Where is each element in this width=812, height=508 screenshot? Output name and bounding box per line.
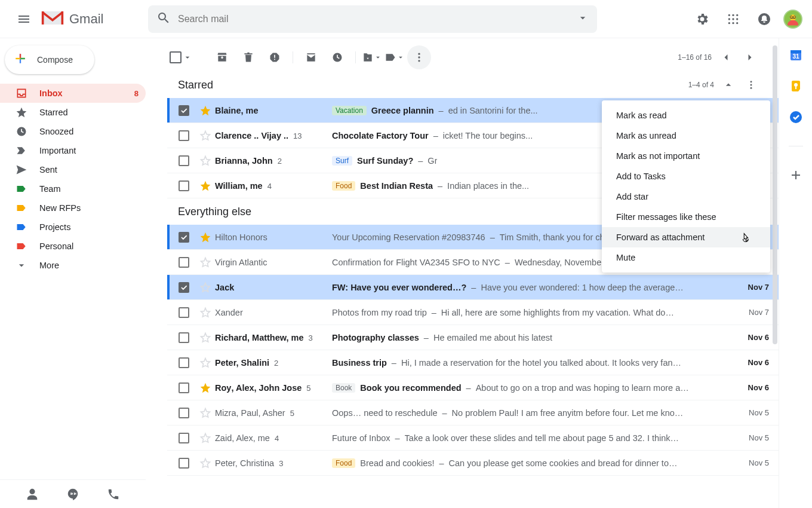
sender: William, me 4 [215,181,332,191]
search-input[interactable] [178,14,577,25]
row-checkbox[interactable] [172,105,196,116]
row-checkbox[interactable] [172,408,196,418]
dropdown-item-mark-as-not-important[interactable]: Mark as not important [602,146,770,166]
collapse-icon[interactable] [720,76,737,93]
archive-button[interactable] [210,45,234,69]
section-title: Everything else [178,206,251,218]
scrollbar[interactable] [773,45,777,464]
keep-icon[interactable] [789,79,803,93]
sidebar-item-personal[interactable]: Personal [0,237,146,256]
phone-icon[interactable] [104,485,123,504]
main-menu-button[interactable] [10,5,38,33]
mark-unread-button[interactable] [299,45,323,69]
mail-row[interactable]: Roy, Alex, John Jose 5BookBook you recom… [167,375,779,400]
star-icon[interactable] [196,256,215,268]
dropdown-item-mark-as-unread[interactable]: Mark as unread [602,126,770,146]
sidebar-item-team[interactable]: Team [0,179,146,198]
star-icon[interactable] [196,432,215,444]
row-checkbox[interactable] [172,155,196,166]
account-avatar[interactable] [783,10,802,29]
calendar-icon[interactable]: 31 [789,48,803,62]
compose-label: Compose [37,55,73,65]
settings-icon[interactable] [690,7,714,31]
mail-row[interactable]: Mizra, Paul, Asher 5Oops… need to resche… [167,400,779,426]
row-checkbox[interactable] [172,180,196,191]
sidebar-item-starred[interactable]: Starred [0,103,146,122]
dropdown-item-mute[interactable]: Mute [602,247,770,268]
row-checkbox[interactable] [172,433,196,443]
dropdown-item-mark-as-read[interactable]: Mark as read [602,105,770,126]
sidebar-item-projects[interactable]: Projects [0,218,146,237]
search-options-icon[interactable] [577,12,589,26]
dropdown-item-add-star[interactable]: Add star [602,186,770,207]
mail-row[interactable]: Richard, Matthew, me 3Photography classe… [167,325,779,350]
star-icon[interactable] [196,105,215,117]
person-icon[interactable] [23,485,42,504]
mail-row[interactable]: Zaid, Alex, me 4Future of Inbox – Take a… [167,426,779,451]
star-icon[interactable] [196,231,215,243]
tasks-icon[interactable] [789,110,803,124]
prev-page-button[interactable] [716,48,736,67]
sidebar-item-label: Sent [39,165,57,175]
row-checkbox[interactable] [172,357,196,368]
row-checkbox[interactable] [172,307,196,318]
star-icon[interactable] [196,180,215,192]
row-checkbox[interactable] [172,232,196,243]
mail-row[interactable]: Peter, Christina 3FoodBread and cookies!… [167,451,779,476]
sidebar-item-inbox[interactable]: Inbox8 [0,84,146,103]
sidebar-item-more[interactable]: More [0,256,146,275]
subject: Oops… need to reschedule [332,408,438,418]
select-all-checkbox[interactable] [167,45,195,69]
snooze-button[interactable] [325,45,349,69]
more-button[interactable] [407,45,431,69]
subject-area: Future of Inbox – Take a look over these… [332,433,731,443]
row-checkbox[interactable] [172,282,196,293]
mail-row[interactable]: JackFW: Have you ever wondered…? – Have … [167,275,779,300]
addons-icon[interactable] [789,168,803,182]
star-icon[interactable] [196,457,215,469]
compose-button[interactable]: Compose [5,45,94,74]
row-checkbox[interactable] [172,458,196,469]
star-icon[interactable] [196,382,215,394]
star-icon[interactable] [196,130,215,142]
date: Nov 6 [731,383,769,392]
section-more-icon[interactable] [743,76,759,93]
mail-row[interactable]: XanderPhotos from my road trip – Hi all,… [167,300,779,325]
move-to-button[interactable] [362,45,382,69]
sidebar-item-label: Personal [39,241,73,251]
mail-row[interactable]: Peter, Shalini 2Business trip – Hi, I ma… [167,350,779,375]
hangouts-icon[interactable] [63,485,82,504]
notifications-icon[interactable] [752,7,776,31]
snippet: He emailed me about his latest [433,333,552,342]
delete-button[interactable] [236,45,260,69]
row-checkbox[interactable] [172,257,196,268]
row-checkbox[interactable] [172,332,196,343]
next-page-button[interactable] [740,48,759,67]
star-icon[interactable] [196,407,215,419]
apps-icon[interactable] [721,7,745,31]
search-box[interactable] [148,5,597,33]
star-icon[interactable] [196,332,215,344]
star-icon[interactable] [196,307,215,319]
star-icon[interactable] [196,281,215,293]
subject: Book you recommended [360,383,461,393]
svg-point-19 [751,81,752,82]
sender: Virgin Atlantic [215,258,332,267]
sidebar-item-new-rfps[interactable]: New RFPs [0,198,146,218]
row-checkbox[interactable] [172,130,196,141]
sidebar-item-sent[interactable]: Sent [0,160,146,179]
date: Nov 7 [731,283,769,292]
snippet: ed in Santorini for the... [448,106,538,115]
dropdown-item-add-to-tasks[interactable]: Add to Tasks [602,166,770,186]
labels-button[interactable] [385,45,405,69]
svg-point-21 [751,87,752,89]
sidebar-item-important[interactable]: Important [0,141,146,160]
sidebar: Compose Inbox8StarredSnoozedImportantSen… [0,38,153,508]
dropdown-item-filter-messages-like-these[interactable]: Filter messages like these [602,207,770,227]
star-icon[interactable] [196,155,215,167]
spam-button[interactable] [263,45,287,69]
sidebar-item-snoozed[interactable]: Snoozed [0,122,146,141]
dropdown-item-forward-as-attachment[interactable]: Forward as attachment [602,227,770,247]
row-checkbox[interactable] [172,382,196,393]
star-icon[interactable] [196,357,215,369]
